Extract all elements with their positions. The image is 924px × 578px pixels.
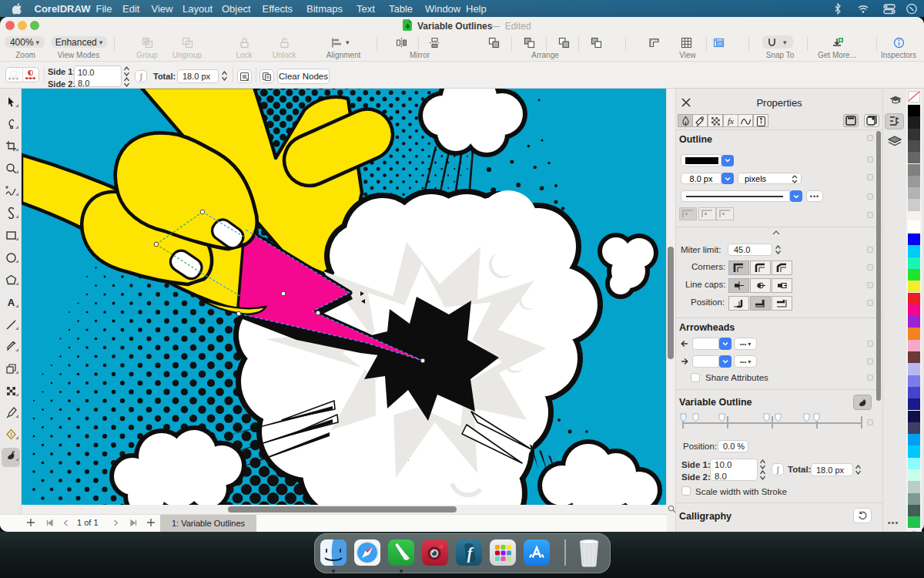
svg-text:fx: fx — [728, 116, 734, 126]
svg-text:A: A — [7, 297, 15, 308]
